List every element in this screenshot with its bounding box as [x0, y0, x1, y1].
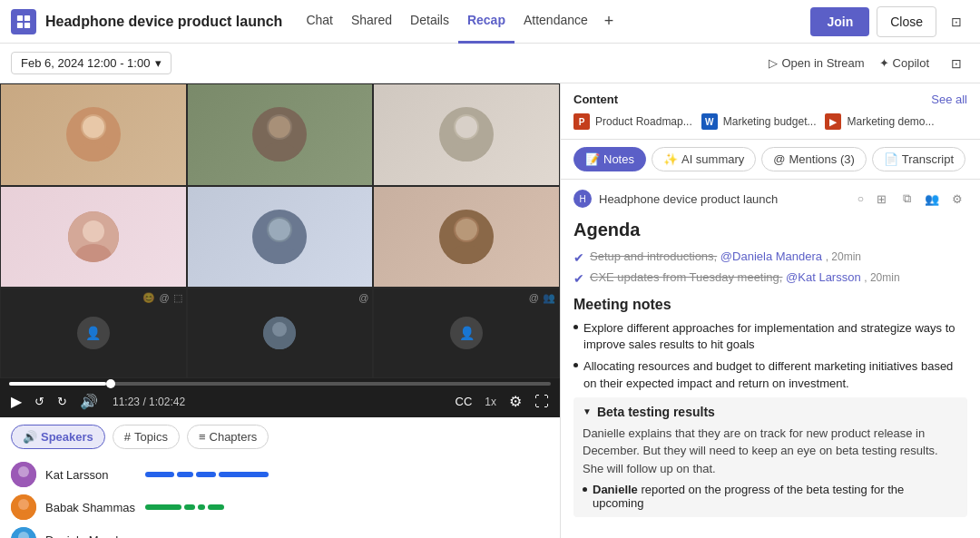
stream-icon: ▷	[769, 56, 778, 70]
bullet-dot	[573, 325, 578, 329]
speaker-row-2: Babak Shammas	[11, 491, 549, 523]
video-cell-6	[373, 186, 560, 289]
svg-point-23	[272, 322, 287, 337]
speaker-avatar-babak	[11, 494, 36, 520]
mention-icon: @	[773, 152, 785, 166]
close-button[interactable]: Close	[877, 6, 936, 37]
share-icon[interactable]: ⊞	[871, 189, 891, 209]
speaker-row-3: Daniela Mandera	[11, 523, 549, 538]
meeting-note-1: Explore different approaches for impleme…	[573, 320, 967, 353]
fullscreen-button[interactable]: ⛶	[533, 392, 551, 412]
time-badge-2: , 20min	[864, 271, 899, 284]
speakers-icon: 🔊	[23, 430, 37, 444]
tab-details[interactable]: Details	[401, 0, 458, 44]
forward-button[interactable]: ↻	[55, 393, 69, 410]
more-icon[interactable]: ⚙	[947, 189, 967, 209]
tab-transcript[interactable]: 📄 Transcript	[872, 147, 965, 171]
svg-rect-2	[17, 22, 23, 27]
file-2[interactable]: W Marketing budget...	[701, 113, 817, 130]
speaker-bars-kat	[145, 472, 549, 477]
speed-button[interactable]: 1x	[483, 394, 498, 410]
agenda-text-2: CXE updates from Tuesday meeting, @Kat L…	[590, 270, 900, 284]
speaker-bars-babak	[145, 504, 549, 510]
add-person-icon: 👥	[543, 292, 555, 304]
speaker-name-daniela: Daniela Mandera	[45, 533, 136, 539]
overlay-icons-1: 😊 @ ⬚	[142, 292, 181, 304]
add-tab-button[interactable]: +	[597, 0, 622, 44]
file-1[interactable]: P Product Roadmap...	[573, 113, 692, 130]
tab-chapters[interactable]: ≡ Chapters	[187, 425, 269, 449]
svg-point-11	[446, 142, 486, 161]
sub-header-right: ▷ Open in Stream ✦ Copilot ⊡	[769, 51, 969, 76]
video-bottom-cell-2: @	[187, 288, 374, 378]
bottom-avatar-3: 👤	[450, 317, 483, 349]
speaker-row-1: Kat Larsson	[11, 458, 549, 491]
notes-doc-header: H Headphone device product launch ○ ⊞ ⧉ …	[573, 189, 967, 209]
participant-avatar-4	[68, 211, 119, 262]
progress-bar[interactable]	[9, 382, 551, 386]
copilot-button[interactable]: ✦ Copilot	[879, 56, 929, 70]
beta-section: ▼ Beta testing results Danielle explains…	[573, 397, 967, 518]
video-bottom-strip: 👤 😊 @ ⬚ @ 👤	[0, 288, 560, 378]
speaker-name-kat: Kat Larsson	[45, 468, 136, 482]
bar-segment	[219, 472, 269, 477]
at-icon: @	[159, 292, 169, 304]
content-section: Content See all P Product Roadmap... W M…	[561, 83, 980, 140]
app-icon	[11, 9, 36, 34]
notes-icon: 📝	[585, 152, 600, 166]
svg-rect-0	[17, 15, 23, 20]
bar-segment	[177, 472, 193, 477]
content-header: Content See all	[573, 93, 967, 106]
agenda-text-1: Setup and introductions, @Daniela Mander…	[590, 249, 861, 263]
content-title: Content	[573, 93, 618, 106]
chapters-icon: ≡	[199, 430, 206, 444]
svg-point-9	[269, 116, 290, 138]
play-button[interactable]: ▶	[9, 391, 24, 412]
rewind-button[interactable]: ↺	[33, 393, 46, 410]
tab-speakers[interactable]: 🔊 Speakers	[11, 425, 105, 449]
tab-recap[interactable]: Recap	[458, 0, 514, 44]
people-icon[interactable]: 👥	[922, 189, 942, 209]
svg-point-12	[456, 116, 477, 138]
svg-point-6	[83, 116, 104, 138]
tab-ai-summary[interactable]: ✨ AI summary	[652, 147, 756, 171]
captions-button[interactable]: CC	[454, 393, 475, 410]
open-in-stream-button[interactable]: ▷ Open in Stream	[769, 56, 864, 70]
emoji-icon: 😊	[142, 292, 155, 304]
participant-avatar-3	[439, 107, 494, 161]
settings-icon[interactable]: ⊡	[944, 9, 969, 34]
tab-mentions[interactable]: @ Mentions (3)	[761, 147, 866, 171]
tab-notes[interactable]: 📝 Notes	[573, 147, 646, 171]
date-dropdown[interactable]: Feb 6, 2024 12:00 - 1:00 ▾	[11, 52, 172, 74]
svg-point-18	[269, 219, 290, 240]
video-cell-1	[0, 83, 187, 186]
tab-chat[interactable]: Chat	[297, 0, 342, 44]
copy-icon[interactable]: ⧉	[897, 189, 916, 209]
beta-header[interactable]: ▼ Beta testing results	[583, 405, 958, 419]
beta-bullet-rest: reported on the progress of the beta tes…	[593, 483, 904, 510]
tab-topics[interactable]: # Topics	[113, 425, 180, 449]
video-cell-5	[187, 186, 374, 289]
notes-doc-actions: ⊞ ⧉ 👥 ⚙	[871, 189, 967, 209]
tab-attendance[interactable]: Attendance	[514, 0, 597, 44]
bottom-avatar-2	[263, 317, 296, 349]
svg-point-17	[260, 245, 299, 264]
beta-bullet-dot	[583, 487, 587, 492]
join-button[interactable]: Join	[810, 7, 869, 36]
progress-dot	[106, 379, 115, 388]
tab-shared[interactable]: Shared	[342, 0, 401, 44]
see-all-button[interactable]: See all	[931, 93, 967, 106]
file-3[interactable]: ▶ Marketing demo...	[825, 113, 934, 130]
video-cell-3	[373, 83, 560, 186]
status-indicator: ○	[858, 192, 864, 205]
file-icon-word: W	[701, 113, 718, 130]
participant-avatar-1	[66, 107, 121, 161]
chevron-down-icon: ▾	[155, 56, 162, 70]
bar-segment	[208, 504, 224, 510]
volume-button[interactable]: 🔊	[78, 391, 100, 412]
pop-out-icon[interactable]: ⊡	[944, 51, 969, 76]
svg-point-8	[260, 142, 299, 161]
svg-point-26	[18, 466, 29, 477]
settings-button[interactable]: ⚙	[507, 391, 524, 412]
svg-point-14	[83, 220, 104, 242]
